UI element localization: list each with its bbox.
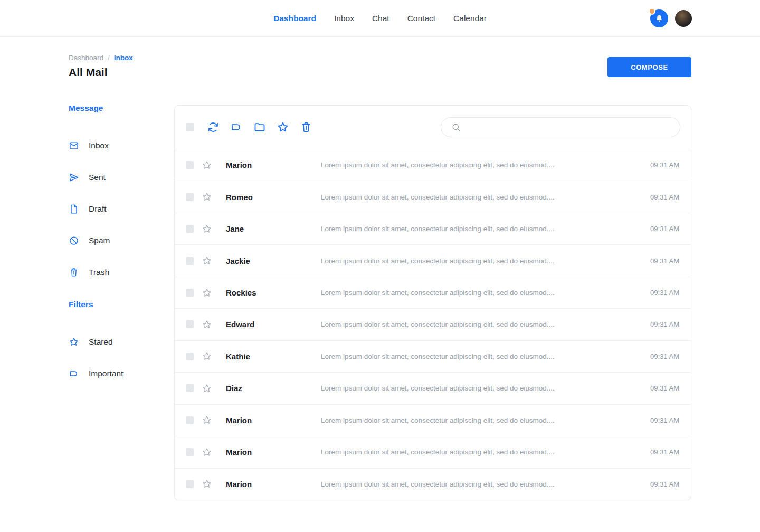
row-checkbox[interactable]	[186, 193, 194, 201]
sidebar-item-label: Important	[89, 369, 123, 378]
folder-icon[interactable]	[253, 121, 266, 134]
mail-row[interactable]: Edward Lorem ipsum dolor sit amet, conse…	[175, 308, 691, 340]
nav-link-inbox[interactable]: Inbox	[334, 14, 354, 23]
mail-row[interactable]: Jackie Lorem ipsum dolor sit amet, conse…	[175, 244, 691, 276]
nav-link-dashboard[interactable]: Dashboard	[273, 14, 316, 23]
sync-icon[interactable]	[207, 121, 220, 134]
mail-time: 09:31 AM	[650, 193, 679, 201]
mail-icon	[69, 140, 79, 151]
row-checkbox[interactable]	[186, 320, 194, 328]
star-icon[interactable]	[202, 415, 212, 425]
row-checkbox[interactable]	[186, 161, 194, 169]
sidebar-item-label: Sent	[89, 173, 106, 182]
page-title: All Mail	[69, 66, 108, 79]
toolbar-icons	[207, 121, 312, 134]
star-icon[interactable]	[202, 351, 212, 362]
row-checkbox[interactable]	[186, 289, 194, 297]
mail-row[interactable]: Rockies Lorem ipsum dolor sit amet, cons…	[175, 277, 691, 308]
star-icon	[69, 337, 79, 347]
row-checkbox[interactable]	[186, 384, 194, 392]
mail-snippet: Lorem ipsum dolor sit amet, consectetur …	[321, 320, 642, 328]
mail-sender: Romeo	[226, 193, 321, 202]
compose-button[interactable]: COMPOSE	[607, 57, 691, 77]
tag-icon[interactable]	[230, 121, 243, 134]
nav-link-calendar[interactable]: Calendar	[453, 14, 487, 23]
mail-snippet: Lorem ipsum dolor sit amet, consectetur …	[321, 193, 642, 201]
star-icon[interactable]	[202, 192, 212, 202]
row-checkbox[interactable]	[186, 448, 194, 456]
mail-sender: Kathie	[226, 352, 321, 361]
nav-link-chat[interactable]: Chat	[372, 14, 390, 23]
mail-time: 09:31 AM	[650, 161, 679, 169]
breadcrumb-separator: /	[108, 54, 110, 62]
select-all-checkbox[interactable]	[186, 123, 194, 131]
mail-toolbar	[175, 106, 691, 149]
sidebar-item-stared[interactable]: Stared	[69, 326, 164, 358]
star-icon[interactable]	[202, 255, 212, 266]
mail-time: 09:31 AM	[650, 448, 679, 456]
sidebar-item-inbox[interactable]: Inbox	[69, 130, 164, 162]
sidebar-item-label: Draft	[89, 204, 107, 214]
mail-sender: Jackie	[226, 256, 321, 265]
user-avatar[interactable]	[675, 10, 692, 27]
mail-row[interactable]: Marion Lorem ipsum dolor sit amet, conse…	[175, 436, 691, 468]
star-icon[interactable]	[202, 160, 212, 170]
mail-row[interactable]: Marion Lorem ipsum dolor sit amet, conse…	[175, 468, 691, 500]
sidebar-item-trash[interactable]: Trash	[69, 256, 164, 288]
row-checkbox[interactable]	[186, 257, 194, 265]
sidebar-item-spam[interactable]: Spam	[69, 225, 164, 256]
trash-icon[interactable]	[300, 121, 312, 134]
mail-sender: Diaz	[226, 384, 321, 393]
mail-row[interactable]: Marion Lorem ipsum dolor sit amet, conse…	[175, 404, 691, 436]
search-input[interactable]	[461, 118, 680, 137]
mail-row[interactable]: Kathie Lorem ipsum dolor sit amet, conse…	[175, 340, 691, 372]
main-nav: DashboardInboxChatContactCalendar	[273, 14, 487, 23]
mail-sender: Marion	[226, 480, 321, 489]
mail-snippet: Lorem ipsum dolor sit amet, consectetur …	[321, 384, 642, 392]
row-checkbox[interactable]	[186, 416, 194, 424]
star-icon[interactable]	[202, 224, 212, 234]
search-icon	[451, 122, 461, 132]
mail-snippet: Lorem ipsum dolor sit amet, consectetur …	[321, 480, 642, 488]
sidebar-item-label: Spam	[89, 236, 110, 245]
mail-time: 09:31 AM	[650, 480, 679, 488]
mail-snippet: Lorem ipsum dolor sit amet, consectetur …	[321, 416, 642, 424]
nav-link-contact[interactable]: Contact	[407, 14, 435, 23]
bell-glyph	[654, 14, 664, 23]
mail-sender: Marion	[226, 416, 321, 425]
mail-sender: Edward	[226, 320, 321, 329]
mail-row[interactable]: Jane Lorem ipsum dolor sit amet, consect…	[175, 213, 691, 244]
sidebar-item-draft[interactable]: Draft	[69, 193, 164, 225]
breadcrumb-inbox[interactable]: Inbox	[114, 54, 133, 62]
sidebar-heading-filters: Filters	[69, 300, 164, 310]
bell-icon[interactable]	[650, 10, 668, 27]
search-box	[441, 117, 680, 137]
mail-time: 09:31 AM	[650, 384, 679, 392]
sidebar-item-important[interactable]: Important	[69, 358, 164, 390]
sidebar: Message Inbox Sent Draft Spam Trash Filt…	[69, 103, 164, 390]
star-icon[interactable]	[202, 288, 212, 298]
topbar-right-group	[650, 0, 692, 37]
mail-list-card: Marion Lorem ipsum dolor sit amet, conse…	[174, 105, 691, 500]
star-icon[interactable]	[202, 479, 212, 489]
send-icon	[69, 172, 79, 183]
breadcrumb-dashboard[interactable]: Dashboard	[69, 54, 103, 62]
sidebar-item-sent[interactable]: Sent	[69, 162, 164, 193]
mail-time: 09:31 AM	[650, 353, 679, 360]
row-checkbox[interactable]	[186, 353, 194, 360]
star-icon[interactable]	[202, 319, 212, 330]
sidebar-item-label: Stared	[89, 337, 113, 347]
star-icon[interactable]	[202, 447, 212, 458]
tag-icon	[69, 368, 79, 379]
notification-dot	[649, 8, 656, 15]
mail-row[interactable]: Diaz Lorem ipsum dolor sit amet, consect…	[175, 372, 691, 404]
sidebar-item-label: Trash	[89, 268, 109, 277]
row-checkbox[interactable]	[186, 225, 194, 233]
star-icon[interactable]	[277, 121, 289, 134]
mail-time: 09:31 AM	[650, 289, 679, 297]
mail-row[interactable]: Romeo Lorem ipsum dolor sit amet, consec…	[175, 180, 691, 212]
star-icon[interactable]	[202, 383, 212, 394]
row-checkbox[interactable]	[186, 480, 194, 488]
sidebar-heading-message: Message	[69, 103, 164, 114]
mail-row[interactable]: Marion Lorem ipsum dolor sit amet, conse…	[175, 149, 691, 180]
